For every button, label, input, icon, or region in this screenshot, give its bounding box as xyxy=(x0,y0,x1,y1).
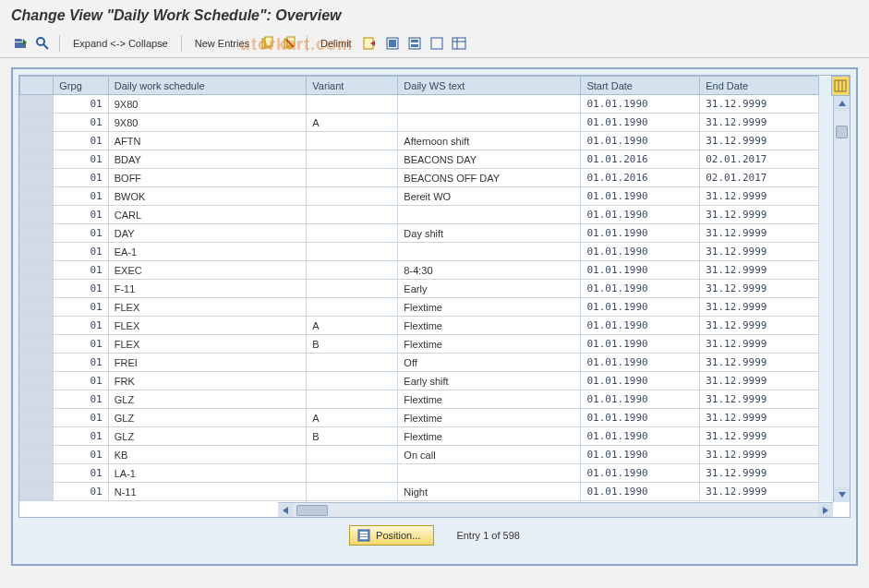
cell-end[interactable]: 31.12.9999 xyxy=(700,372,819,390)
cell-dws[interactable]: LA-1 xyxy=(108,464,307,483)
cell-start[interactable]: 01.01.1990 xyxy=(581,354,700,372)
row-selector[interactable] xyxy=(20,372,54,390)
new-entries-button[interactable]: New Entries xyxy=(189,35,255,52)
cell-grpg[interactable]: 01 xyxy=(54,280,108,298)
cell-variant[interactable] xyxy=(307,95,398,114)
cell-end[interactable]: 31.12.9999 xyxy=(700,132,819,150)
scroll-thumb[interactable] xyxy=(836,126,848,138)
cell-grpg[interactable]: 01 xyxy=(54,298,108,317)
cell-dws[interactable]: FREI xyxy=(108,354,307,372)
cell-dws[interactable]: FLEX xyxy=(108,298,307,317)
row-selector[interactable] xyxy=(20,150,54,169)
cell-grpg[interactable]: 01 xyxy=(54,427,108,446)
cell-variant[interactable]: A xyxy=(307,317,398,335)
row-selector[interactable] xyxy=(20,335,54,354)
cell-grpg[interactable]: 01 xyxy=(54,483,108,501)
cell-end[interactable]: 02.01.2017 xyxy=(700,169,819,187)
cell-end[interactable]: 31.12.9999 xyxy=(700,354,819,372)
cell-variant[interactable]: B xyxy=(307,427,398,446)
col-variant[interactable]: Variant xyxy=(307,77,398,95)
cell-end[interactable]: 31.12.9999 xyxy=(700,317,819,335)
table-row[interactable]: 01BOFFBEACONS OFF DAY01.01.201602.01.201… xyxy=(20,169,850,187)
cell-text[interactable]: Off xyxy=(398,354,581,372)
table-row[interactable]: 01GLZFlextime01.01.199031.12.9999 xyxy=(20,390,850,409)
cell-grpg[interactable]: 01 xyxy=(54,150,108,169)
vertical-scrollbar[interactable] xyxy=(833,96,850,502)
table-row[interactable]: 01N-11Night01.01.199031.12.9999 xyxy=(20,483,850,501)
cell-text[interactable]: BEACONS DAY xyxy=(398,150,581,169)
table-row[interactable]: 01FLEXFlextime01.01.199031.12.9999 xyxy=(20,298,850,317)
find-icon[interactable] xyxy=(33,35,52,52)
table-settings-icon[interactable] xyxy=(450,35,468,52)
cell-variant[interactable] xyxy=(307,206,398,224)
cell-start[interactable]: 01.01.1990 xyxy=(581,409,700,427)
cell-text[interactable]: Flextime xyxy=(398,427,581,446)
cell-start[interactable]: 01.01.1990 xyxy=(581,317,700,335)
cell-start[interactable]: 01.01.1990 xyxy=(581,224,700,243)
row-selector[interactable] xyxy=(20,206,54,224)
cell-dws[interactable]: GLZ xyxy=(108,409,307,427)
cell-end[interactable]: 31.12.9999 xyxy=(700,298,819,317)
row-selector[interactable] xyxy=(20,354,54,372)
select-all-icon[interactable] xyxy=(383,35,402,52)
cell-dws[interactable]: BWOK xyxy=(108,187,307,206)
cell-variant[interactable] xyxy=(307,372,398,390)
cell-end[interactable]: 31.12.9999 xyxy=(700,280,819,298)
cell-grpg[interactable]: 01 xyxy=(54,114,108,132)
cell-dws[interactable]: FLEX xyxy=(108,335,307,354)
cell-grpg[interactable]: 01 xyxy=(54,224,108,243)
cell-dws[interactable]: BOFF xyxy=(108,169,307,187)
row-selector[interactable] xyxy=(20,317,54,335)
cell-start[interactable]: 01.01.1990 xyxy=(581,243,700,261)
cell-grpg[interactable]: 01 xyxy=(54,317,108,335)
cell-variant[interactable] xyxy=(307,280,398,298)
cell-dws[interactable]: DAY xyxy=(108,224,307,243)
cell-grpg[interactable]: 01 xyxy=(54,390,108,409)
cell-start[interactable]: 01.01.1990 xyxy=(581,187,700,206)
cell-grpg[interactable]: 01 xyxy=(54,409,108,427)
cell-end[interactable]: 31.12.9999 xyxy=(700,427,819,446)
cell-grpg[interactable]: 01 xyxy=(54,132,108,150)
cell-dws[interactable]: EXEC xyxy=(108,261,307,280)
cell-grpg[interactable]: 01 xyxy=(54,464,108,483)
cell-end[interactable]: 31.12.9999 xyxy=(700,187,819,206)
cell-variant[interactable] xyxy=(307,187,398,206)
expand-collapse-button[interactable]: Expand <-> Collapse xyxy=(67,35,174,52)
table-row[interactable]: 01CARL01.01.199031.12.9999 xyxy=(20,206,850,224)
row-selector[interactable] xyxy=(20,261,54,280)
cell-start[interactable]: 01.01.1990 xyxy=(581,114,700,132)
cell-dws[interactable]: KB xyxy=(108,446,307,464)
cell-grpg[interactable]: 01 xyxy=(54,243,108,261)
cell-start[interactable]: 01.01.1990 xyxy=(581,464,700,483)
row-selector[interactable] xyxy=(20,187,54,206)
cell-start[interactable]: 01.01.1990 xyxy=(581,372,700,390)
cell-grpg[interactable]: 01 xyxy=(54,169,108,187)
cell-variant[interactable] xyxy=(307,132,398,150)
row-selector[interactable] xyxy=(20,132,54,150)
row-selector[interactable] xyxy=(20,243,54,261)
cell-variant[interactable] xyxy=(307,483,398,501)
cell-text[interactable] xyxy=(398,206,581,224)
table-row[interactable]: 01LA-101.01.199031.12.9999 xyxy=(20,464,850,483)
cell-text[interactable]: Flextime xyxy=(398,317,581,335)
cell-dws[interactable]: BDAY xyxy=(108,150,307,169)
cell-variant[interactable] xyxy=(307,243,398,261)
configure-columns-icon[interactable] xyxy=(831,76,850,96)
cell-end[interactable]: 02.01.2017 xyxy=(700,150,819,169)
row-selector[interactable] xyxy=(20,114,54,132)
hscroll-thumb[interactable] xyxy=(296,505,328,516)
horizontal-scrollbar[interactable] xyxy=(278,502,833,517)
cell-dws[interactable]: EA-1 xyxy=(108,243,307,261)
cell-dws[interactable]: FLEX xyxy=(108,317,307,335)
row-selector[interactable] xyxy=(20,390,54,409)
cell-start[interactable]: 01.01.1990 xyxy=(581,390,700,409)
cell-variant[interactable]: A xyxy=(307,409,398,427)
table-row[interactable]: 01FLEXAFlextime01.01.199031.12.9999 xyxy=(20,317,850,335)
cell-end[interactable]: 31.12.9999 xyxy=(700,224,819,243)
table-row[interactable]: 01BDAYBEACONS DAY01.01.201602.01.2017 xyxy=(20,150,850,169)
cell-start[interactable]: 01.01.1990 xyxy=(581,446,700,464)
cell-text[interactable]: Night xyxy=(398,483,581,501)
delete-icon[interactable] xyxy=(281,35,299,52)
cell-dws[interactable]: AFTN xyxy=(108,132,307,150)
cell-text[interactable] xyxy=(398,464,581,483)
